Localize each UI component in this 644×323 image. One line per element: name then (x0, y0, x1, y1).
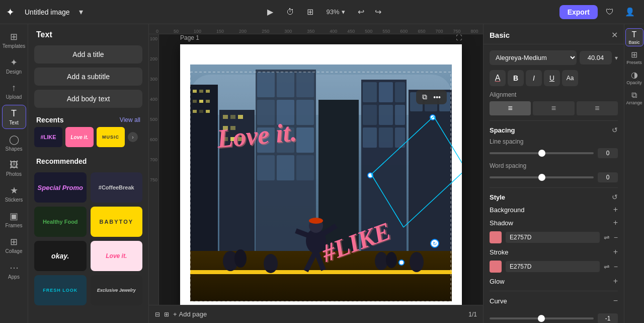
opacity-icon: ◑ (631, 70, 638, 80)
line-spacing-value[interactable] (598, 148, 618, 158)
user-avatar[interactable]: 👤 (622, 4, 638, 20)
style-reset-button[interactable]: ↺ (612, 193, 618, 201)
apps-label: Apps (8, 274, 20, 280)
canvas-toolbar-copy-button[interactable]: ⧉ (420, 92, 429, 102)
svg-rect-5 (199, 90, 203, 93)
shadow-settings-button[interactable]: ⇌ (604, 233, 610, 241)
stroke-remove-button[interactable]: − (614, 263, 618, 271)
divider-1 (490, 120, 618, 121)
topbar-right: Export 🛡 👤 (559, 4, 638, 20)
curve-slider[interactable] (490, 317, 594, 319)
sidebar-item-collage[interactable]: ⊞ Collage (2, 233, 26, 257)
right-tab-presets[interactable]: ⊞ Presets (625, 48, 643, 67)
text-color-button[interactable]: A (490, 70, 506, 86)
zoom-out-icon: ⊟ (155, 311, 160, 318)
rec-item-coffee[interactable]: #CoffeeBreak (91, 172, 143, 203)
align-left-button[interactable]: ≡ (490, 101, 531, 115)
panel-header: Basic ✕ (484, 24, 624, 44)
rec-item-special[interactable]: Special Promo (34, 172, 87, 203)
italic-button[interactable]: I (526, 70, 542, 86)
add-shadow-button[interactable]: + (613, 218, 618, 227)
spacing-reset-button[interactable]: ↺ (612, 126, 618, 134)
basic-icon: T (632, 30, 637, 39)
sidebar-item-photos[interactable]: 🖼 Photos (2, 157, 26, 180)
recent-item-hashtag[interactable]: #LIKE (34, 127, 62, 147)
undo-button[interactable]: ↩ (353, 4, 369, 20)
export-button[interactable]: Export (559, 5, 598, 19)
add-body-button[interactable]: Add body text (34, 90, 142, 108)
sidebar-item-shapes[interactable]: ◯ Shapes (2, 131, 26, 155)
fullscreen-button[interactable]: ⛶ (456, 34, 462, 41)
curve-remove-button[interactable]: − (613, 296, 618, 305)
canvas-zoom-out-button[interactable]: ⊟ (155, 311, 160, 318)
rec-item-babytoy[interactable]: BABYTOY (91, 207, 143, 237)
right-panel: Basic ✕ Alegreya-Medium ▾ A B I U (483, 24, 624, 323)
ruler-top: 0 50 100 150 200 250 300 350 400 450 500… (149, 24, 483, 34)
shadow-remove-button[interactable]: − (614, 233, 618, 241)
redo-button[interactable]: ↪ (370, 4, 386, 20)
word-spacing-value[interactable] (598, 172, 618, 182)
svg-rect-44 (395, 105, 405, 125)
rec-item-healthy[interactable]: Healthy Food (34, 207, 87, 237)
font-size-input[interactable] (580, 51, 612, 64)
sidebar-item-design[interactable]: ✦ Design (2, 54, 26, 78)
rec-healthy-label: Healthy Food (43, 219, 78, 225)
bold-button[interactable]: B (508, 70, 524, 86)
font-family-selector[interactable]: Alegreya-Medium (490, 50, 577, 65)
underline-button[interactable]: U (544, 70, 560, 86)
line-spacing-slider[interactable] (490, 152, 594, 154)
zoom-selector[interactable]: 93% ▾ (323, 6, 349, 18)
timer-button[interactable]: ⏱ (282, 4, 298, 20)
page-label: Page 1 (180, 34, 199, 41)
canvas-toolbar-more-button[interactable]: ••• (431, 92, 443, 102)
canvas-zoom-in-button[interactable]: ⊞ (164, 311, 169, 318)
sidebar-item-apps[interactable]: ⋯ Apps (2, 259, 26, 283)
add-subtitle-button[interactable]: Add a subtitle (34, 68, 142, 86)
add-page-button[interactable]: + Add page (173, 310, 207, 318)
curve-label: Curve (490, 297, 507, 305)
right-tab-opacity[interactable]: ◑ Opacity (625, 69, 643, 87)
title-dropdown-button[interactable]: ▾ (73, 4, 89, 20)
align-right-button[interactable]: ≡ (577, 101, 618, 115)
stroke-color-swatch[interactable] (490, 261, 502, 273)
add-glow-button[interactable]: + (613, 277, 618, 286)
ruler-left: 100 200 300 400 500 600 700 750 (149, 34, 159, 305)
add-title-button[interactable]: Add a title (34, 45, 142, 63)
shadow-color-input[interactable] (506, 232, 600, 243)
svg-point-62 (234, 249, 247, 268)
shadow-color-swatch[interactable] (490, 231, 502, 243)
shield-icon[interactable]: 🛡 (602, 4, 618, 20)
rec-coffee-label: #CoffeeBreak (99, 184, 134, 190)
recents-next-button[interactable]: › (128, 132, 138, 142)
right-tab-basic[interactable]: T Basic (625, 28, 643, 46)
add-stroke-button[interactable]: + (613, 247, 618, 256)
curve-value[interactable] (598, 313, 618, 323)
rec-item-exclusive[interactable]: Exclusive Jewelry (91, 275, 143, 305)
layout-button[interactable]: ⊞ (302, 4, 318, 20)
rec-item-okay[interactable]: okay. (34, 241, 87, 271)
sidebar-item-text[interactable]: T Text (2, 105, 26, 129)
align-center-button[interactable]: ≡ (533, 101, 574, 115)
sidebar-item-frames[interactable]: ▣ Frames (2, 208, 26, 231)
case-button[interactable]: Aa (562, 70, 578, 86)
canvas-page[interactable]: Page 1 ⛶ (180, 44, 462, 305)
sidebar-item-templates[interactable]: ⊞ Templates (2, 28, 26, 52)
stroke-color-input[interactable] (506, 261, 600, 272)
sidebar-item-stickers[interactable]: ★ Stickers (2, 182, 26, 206)
word-spacing-slider[interactable] (490, 176, 594, 178)
topbar-left: ✦ (6, 6, 15, 18)
right-tab-arrange[interactable]: ⧉ Arrange (625, 89, 643, 107)
play-button[interactable]: ▶ (262, 4, 278, 20)
panel-close-button[interactable]: ✕ (611, 30, 618, 40)
sidebar-item-upload[interactable]: ↑ Upload (2, 80, 26, 103)
add-background-button[interactable]: + (613, 205, 618, 214)
stroke-settings-button[interactable]: ⇌ (604, 263, 610, 271)
line-spacing-label: Line spacing (490, 138, 618, 145)
rec-item-loveit2[interactable]: Love it. (91, 241, 143, 271)
app-logo-icon[interactable]: ✦ (6, 6, 15, 18)
recent-item-loveit[interactable]: Love it. (65, 127, 94, 147)
view-all-recents[interactable]: View all (120, 116, 140, 123)
rec-item-freshlook[interactable]: FRESH LOOK (34, 275, 87, 305)
canvas-image-area[interactable]: Love it. Love it. #LIKE #LIKE (190, 64, 452, 301)
recent-item-music[interactable]: MUSIC (97, 127, 125, 147)
